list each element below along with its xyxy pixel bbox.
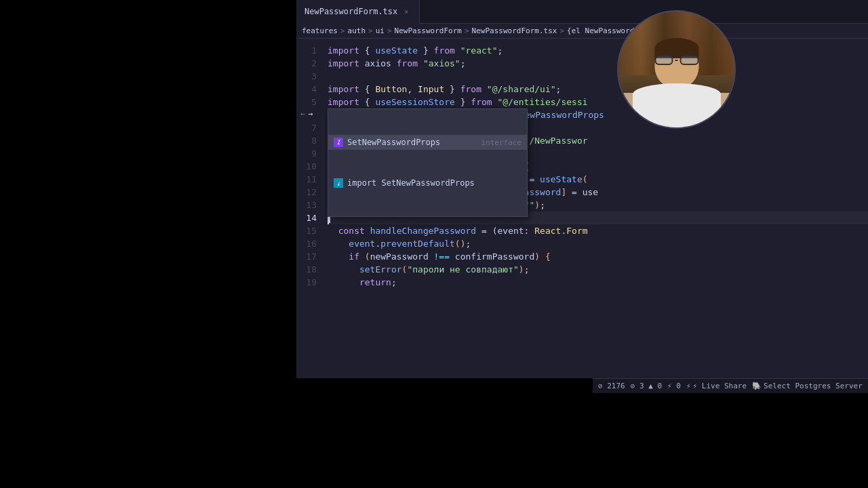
breadcrumb-auth: auth [348, 26, 366, 35]
line-num-9: 9 [296, 147, 317, 160]
webcam-overlay [617, 10, 736, 129]
autocomplete-item-2[interactable]: ↓ import SetNewPasswordProps [328, 176, 527, 190]
line-num-4: 4 [296, 83, 317, 96]
code-line-16: event . preventDefault () ; [328, 237, 868, 250]
autocomplete-item-1[interactable]: I SetNewPasswordProps interface [328, 135, 527, 150]
tab-bar: NewPasswordForm.tsx × [296, 0, 868, 24]
code-line-3 [328, 70, 868, 83]
autocomplete-type-1: interface [481, 136, 521, 149]
editor-wrapper: NewPasswordForm.tsx × features > auth > … [296, 0, 868, 393]
nav-arrows: ← → [296, 106, 317, 121]
line-num-10: 10 [296, 160, 317, 173]
error-count: ⊘ 3 ▲ 0 [631, 382, 662, 390]
line-num-3: 3 [296, 70, 317, 83]
code-line-2: import axios from "axios" ; [328, 57, 868, 70]
person-glasses [654, 56, 698, 65]
active-tab[interactable]: NewPasswordForm.tsx × [296, 0, 420, 24]
interface-icon: I [334, 138, 343, 147]
tab-filename: NewPasswordForm.tsx [304, 7, 397, 16]
code-line-6: (alias) interface SetNewPasswordProps I … [328, 108, 868, 121]
back-arrow[interactable]: ← [300, 109, 305, 119]
line-num-11: 11 [296, 173, 317, 186]
code-line-4: import { Button , Input } from "@/shared… [328, 83, 868, 96]
breadcrumb-file: NewPasswordForm.tsx [472, 26, 557, 35]
bottom-black-area [0, 393, 868, 488]
code-line-19: return ; [328, 276, 868, 289]
line-num-15: 15 [296, 224, 317, 237]
warning-count: ⚡ 0 [667, 382, 681, 390]
line-num-1: 1 [296, 44, 317, 57]
code-area: 1 2 3 4 5 6 7 8 9 10 11 12 13 14 15 16 1… [296, 39, 868, 378]
status-live-share[interactable]: ⚡ ⚡ Live Share [686, 382, 747, 390]
webcam-person [618, 12, 734, 127]
line-num-12: 12 [296, 186, 317, 199]
encoding-label: ⊘ 2176 [598, 382, 625, 390]
breadcrumb-ui: ui [376, 26, 384, 35]
db-icon: 🐘 [752, 382, 762, 390]
autocomplete-label-2: import SetNewPasswordProps [347, 177, 475, 190]
live-share-label: ⚡ Live Share [693, 382, 747, 390]
line-num-17: 17 [296, 250, 317, 263]
breadcrumb-newpasswordform: NewPasswordForm [395, 26, 462, 35]
code-line-1: import { useState } from "react" ; [328, 44, 868, 57]
code-content[interactable]: import { useState } from "react" ; impor… [325, 39, 868, 378]
breadcrumb: features > auth > ui > NewPasswordForm >… [296, 24, 868, 39]
line-num-14: 14 [296, 211, 317, 224]
forward-arrow[interactable]: → [308, 109, 313, 119]
status-db[interactable]: 🐘 Select Postgres Server [752, 382, 863, 390]
breadcrumb-features: features [302, 26, 338, 35]
code-line-17: if ( newPassword !== confirmPassword ) { [328, 250, 868, 263]
line-num-8: 8 [296, 134, 317, 147]
autocomplete-popup[interactable]: I SetNewPasswordProps interface ↓ import… [328, 108, 528, 217]
line-num-18: 18 [296, 263, 317, 276]
line-num-19: 19 [296, 276, 317, 289]
line-num-16: 16 [296, 237, 317, 250]
status-warnings: ⚡ 0 [667, 382, 681, 390]
db-label: Select Postgres Server [764, 382, 863, 390]
line-num-13: 13 [296, 199, 317, 211]
live-share-icon: ⚡ [686, 382, 691, 390]
code-line-18: setError ( "пароли не совпадают" ) ; [328, 263, 868, 276]
line-num-7: 7 [296, 121, 317, 134]
line-num-2: 2 [296, 57, 317, 70]
person-shirt [633, 83, 721, 127]
autocomplete-label-1: SetNewPasswordProps [347, 136, 440, 149]
status-encoding: ⊘ 2176 [598, 382, 625, 390]
tab-close-button[interactable]: × [401, 7, 411, 16]
status-errors: ⊘ 3 ▲ 0 [631, 382, 662, 390]
status-bar: ⊘ 2176 ⊘ 3 ▲ 0 ⚡ 0 ⚡ ⚡ Live Share 🐘 Sele… [593, 378, 868, 393]
import-icon: ↓ [334, 178, 343, 188]
code-line-15: const handleChangePassword = (event: Rea… [328, 224, 868, 237]
line-numbers: 1 2 3 4 5 6 7 8 9 10 11 12 13 14 15 16 1… [296, 39, 325, 378]
